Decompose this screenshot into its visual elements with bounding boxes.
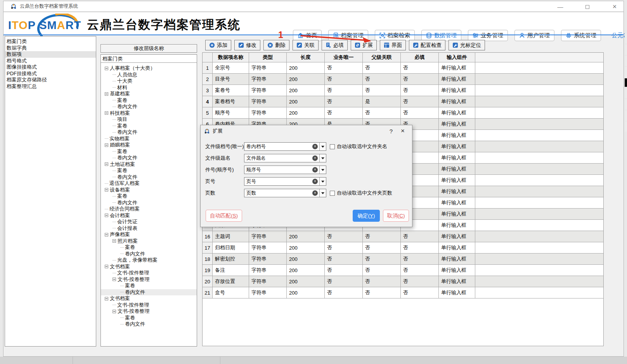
tree-expand-icon[interactable] xyxy=(113,239,116,243)
toolbar-button-cursor-locate[interactable]: 光标定位 xyxy=(449,40,485,50)
toolbar-button-add[interactable]: 添加 xyxy=(205,40,231,50)
tree-item[interactable]: 人员信息 xyxy=(101,72,197,78)
clear-icon[interactable]: × xyxy=(312,155,318,161)
dropdown-arrow-icon[interactable] xyxy=(319,166,326,174)
tree-item[interactable]: 十大类 xyxy=(101,78,197,85)
clear-icon[interactable]: × xyxy=(312,144,318,149)
nav-home[interactable]: 首页 xyxy=(293,30,322,41)
dropdown-arrow-icon[interactable] xyxy=(319,189,326,197)
tree-item[interactable]: 照片档案 xyxy=(101,238,197,245)
sidebar-item[interactable]: 档号格式 xyxy=(5,58,96,64)
tree-item[interactable]: 土地证档案 xyxy=(101,161,197,168)
tree-expand-icon[interactable] xyxy=(105,297,108,300)
sidebar-item[interactable]: 档案原文存储路径 xyxy=(5,77,96,83)
tree-item[interactable]: 卷内文件 xyxy=(101,129,197,136)
nav-business-manage[interactable]: 业务管理 xyxy=(468,30,508,41)
tree-item[interactable]: 人事档案（十大类） xyxy=(101,65,197,72)
tree-item[interactable]: 卷内文件 xyxy=(101,289,197,296)
tree-item[interactable]: 卷内文件 xyxy=(101,200,197,206)
toolbar-button-required[interactable]: 必填 xyxy=(322,40,348,50)
tree-expand-icon[interactable] xyxy=(113,310,116,313)
clear-icon[interactable]: × xyxy=(312,167,318,173)
tree-item[interactable]: 经济合同档案 xyxy=(101,206,197,212)
tree-expand-icon[interactable] xyxy=(105,188,108,191)
minimize-button[interactable]: — xyxy=(555,3,565,10)
dialog-close-button[interactable]: × xyxy=(397,127,409,135)
nav-user-manage[interactable]: 用户管理 xyxy=(514,30,554,41)
table-row[interactable]: 16主题词字符串200否否否单行输入框 xyxy=(203,231,603,242)
dropdown-field[interactable]: 页号× xyxy=(244,177,326,186)
nav-archive-manage[interactable]: 档案管理 xyxy=(328,30,368,41)
nav-system-manage[interactable]: 系统管理 xyxy=(561,30,601,41)
table-row[interactable]: 5顺序号字符串200否否否单行输入框 xyxy=(203,107,603,119)
table-row[interactable]: 17归档日期字符串200否否否单行输入框 xyxy=(203,242,603,254)
tree-item[interactable]: 案卷 xyxy=(101,167,197,174)
table-row[interactable]: 3案卷号字符串200否否否单行输入框 xyxy=(203,85,603,96)
tree-item[interactable]: 文书-按件整理 xyxy=(101,270,197,276)
tree-item[interactable]: 卷内文件 xyxy=(101,251,197,257)
close-button[interactable]: × xyxy=(610,3,620,11)
sidebar-item[interactable]: 档案整理汇总 xyxy=(5,83,96,90)
tree-item[interactable]: 婚姻档案 xyxy=(101,142,197,148)
toolbar-button-relate[interactable]: 关联 xyxy=(293,40,319,50)
dropdown-field[interactable]: 文件题名× xyxy=(244,154,326,162)
tree-expand-icon[interactable] xyxy=(105,214,108,217)
tree-expand-icon[interactable] xyxy=(105,92,108,96)
tree-item[interactable]: 文书-按卷整理 xyxy=(101,276,197,283)
tree-item[interactable]: 会计报表 xyxy=(101,225,197,232)
tree-item[interactable]: 案卷 xyxy=(101,123,197,129)
tree-item[interactable]: 文书-按件整理 xyxy=(101,302,197,309)
toolbar-button-delete[interactable]: 删除 xyxy=(263,40,289,50)
tree-expand-icon[interactable] xyxy=(105,67,108,70)
tree-expand-icon[interactable] xyxy=(105,143,108,147)
cancel-button[interactable]: 取消(C) xyxy=(383,210,409,222)
toolbar-button-config-check[interactable]: 配置检查 xyxy=(409,40,445,50)
clear-icon[interactable]: × xyxy=(312,179,318,184)
table-row[interactable]: 19备注字符串200否否否单行输入框 xyxy=(203,265,603,276)
tree-item[interactable]: 光盘，录像带档案 xyxy=(101,257,197,264)
table-row[interactable]: 4案卷档号字符串200否是否单行输入框 xyxy=(203,96,603,107)
dropdown-arrow-icon[interactable] xyxy=(319,154,326,162)
tree-item[interactable]: 卷内文件 xyxy=(101,104,197,110)
tree-item[interactable]: 案卷 xyxy=(101,244,197,251)
tree-item[interactable]: 案卷 xyxy=(101,283,197,289)
tree-item[interactable]: 文书-按卷整理 xyxy=(101,308,197,315)
checkbox-icon[interactable] xyxy=(330,191,335,196)
tree-item[interactable]: 项目 xyxy=(101,116,197,123)
table-row[interactable]: 21盒号字符串200否否否单行输入框 xyxy=(203,287,603,298)
tree-item[interactable]: 卷内文件 xyxy=(101,155,197,161)
maximize-button[interactable] xyxy=(582,3,592,10)
toolbar-button-expand[interactable]: 扩展 xyxy=(351,40,377,50)
sidebar-item[interactable]: PDF挂接格式 xyxy=(5,71,96,77)
tree-expand-icon[interactable] xyxy=(105,265,108,268)
tree-item[interactable]: 卷内文件 xyxy=(101,174,197,181)
toolbar-button-interface[interactable]: 界面 xyxy=(380,40,406,50)
tree-item[interactable]: 文书档案 xyxy=(101,264,197,270)
tree-item[interactable]: 基建档案 xyxy=(101,91,197,97)
tree-item[interactable]: 设备档案 xyxy=(101,187,197,193)
tree-item[interactable]: 案卷 xyxy=(101,193,197,200)
table-row[interactable]: 18解密划控字符串200否否否单行输入框 xyxy=(203,254,603,265)
sidebar-item[interactable]: 数据字典 xyxy=(5,45,96,52)
sidebar-item[interactable]: 数据项 xyxy=(5,51,96,58)
tree-item[interactable]: 案卷 xyxy=(101,97,197,104)
rename-level-button[interactable]: 修改层级名称 xyxy=(100,44,197,53)
table-row[interactable]: 1全宗号字符串200否否否单行输入框 xyxy=(203,62,603,74)
tree-item[interactable]: 退伍军人档案 xyxy=(101,180,197,187)
dialog-help-button[interactable]: ? xyxy=(385,128,397,135)
tree-item[interactable]: 会计档案 xyxy=(101,212,197,219)
dropdown-arrow-icon[interactable] xyxy=(319,178,326,185)
tree-item[interactable]: 声像档案 xyxy=(101,231,197,238)
sidebar-item[interactable]: 图像挂接格式 xyxy=(5,64,96,71)
tree-expand-icon[interactable] xyxy=(105,162,108,166)
confirm-button[interactable]: 确定(Y) xyxy=(353,210,380,222)
table-row[interactable]: 20存放位置字符串200否否否单行输入框 xyxy=(203,276,603,287)
dropdown-field[interactable]: 页数× xyxy=(244,189,326,197)
dropdown-field[interactable]: 卷内档号× xyxy=(244,142,326,151)
sidebar-item[interactable]: 档案门类 xyxy=(5,38,96,45)
tree-item[interactable]: 案卷 xyxy=(101,148,197,155)
dropdown-field[interactable]: 顺序号× xyxy=(244,166,326,174)
table-row[interactable]: 2目录号字符串200否否否单行输入框 xyxy=(203,74,603,85)
tree-expand-icon[interactable] xyxy=(113,278,116,281)
toolbar-button-edit[interactable]: 修改 xyxy=(234,40,260,50)
